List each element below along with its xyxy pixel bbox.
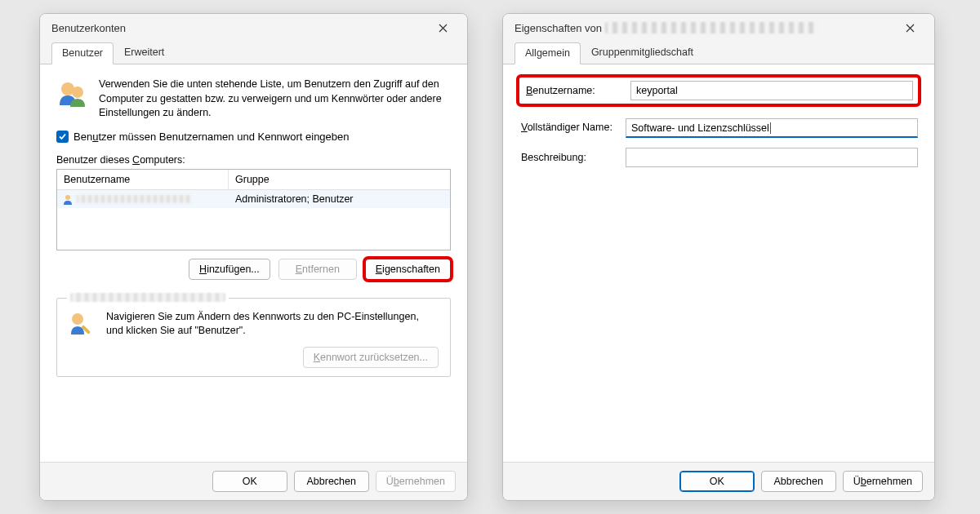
- close-button[interactable]: [893, 16, 926, 39]
- apply-button[interactable]: Übernehmen: [843, 471, 923, 492]
- tab-general[interactable]: Allgemein: [514, 42, 581, 64]
- properties-button[interactable]: Eigenschaften: [365, 259, 451, 280]
- user-accounts-dialog: Benutzerkonten Benutzer Erweitert Verwen…: [39, 13, 468, 501]
- dialog-title: Benutzerkonten: [51, 22, 126, 34]
- svg-point-1: [72, 86, 83, 98]
- cancel-button[interactable]: Abbrechen: [294, 471, 369, 492]
- dialog-title: Eigenschaften von: [514, 22, 817, 34]
- users-icon: [56, 78, 89, 121]
- group-legend-redacted: [67, 292, 229, 304]
- svg-point-3: [72, 313, 83, 325]
- add-button[interactable]: Hinzufügen...: [189, 259, 270, 280]
- checkbox-icon: [56, 131, 69, 143]
- description-row: Beschreibung:: [519, 148, 918, 167]
- tabstrip: Benutzer Erweitert: [40, 42, 467, 64]
- list-headers: Benutzername Gruppe: [57, 170, 450, 190]
- tab-users[interactable]: Benutzer: [51, 42, 114, 64]
- header-group[interactable]: Gruppe: [229, 170, 450, 189]
- header-username[interactable]: Benutzername: [57, 170, 229, 189]
- username-field[interactable]: keyportal: [630, 81, 913, 100]
- intro-row: Verwenden Sie die unten stehende Liste, …: [56, 78, 451, 121]
- remove-button[interactable]: Entfernen: [278, 259, 357, 280]
- titlebar: Eigenschaften von: [503, 14, 934, 42]
- ok-button[interactable]: OK: [679, 471, 755, 492]
- close-icon: [439, 24, 448, 33]
- ok-button[interactable]: OK: [212, 471, 287, 492]
- list-label: Benutzer dieses Computers:: [56, 154, 451, 166]
- tab-pane-users: Verwenden Sie die unten stehende Liste, …: [40, 64, 467, 462]
- tab-advanced[interactable]: Erweitert: [114, 42, 175, 64]
- svg-point-2: [65, 195, 70, 200]
- username-row: Benutzername: keyportal: [519, 78, 918, 104]
- properties-dialog: Eigenschaften von Allgemein Gruppenmitgl…: [502, 13, 935, 501]
- dialog-footer: OK Abbrechen Übernehmen: [503, 462, 934, 500]
- reset-password-button[interactable]: Kennwort zurücksetzen...: [303, 347, 439, 368]
- key-icon: [69, 310, 96, 340]
- redacted-title-name: [605, 22, 817, 33]
- user-list[interactable]: Benutzername Gruppe Administratoren; Ben…: [56, 169, 451, 250]
- list-buttons: Hinzufügen... Entfernen Eigenschaften: [56, 259, 451, 280]
- close-icon: [906, 24, 915, 33]
- apply-button[interactable]: Übernehmen: [376, 471, 456, 492]
- require-password-checkbox[interactable]: Benutzer müssen Benutzernamen und Kennwo…: [56, 131, 451, 143]
- titlebar: Benutzerkonten: [40, 14, 467, 42]
- user-row-icon: [62, 193, 74, 205]
- tabstrip: Allgemein Gruppenmitgliedschaft: [503, 42, 934, 64]
- tab-pane-general: Benutzername: keyportal Vollständiger Na…: [503, 64, 934, 462]
- cancel-button[interactable]: Abbrechen: [761, 471, 836, 492]
- dialog-footer: OK Abbrechen Übernehmen: [40, 462, 467, 500]
- row-group: Administratoren; Benutzer: [229, 193, 450, 205]
- redacted-username: [77, 195, 191, 203]
- description-field[interactable]: [626, 148, 918, 167]
- list-row[interactable]: Administratoren; Benutzer: [57, 190, 450, 208]
- password-group: Navigieren Sie zum Ändern des Kennworts …: [56, 298, 451, 377]
- close-button[interactable]: [426, 16, 459, 39]
- fullname-field[interactable]: Software- und Lizenzschlüssel: [626, 118, 918, 138]
- fullname-row: Vollständiger Name: Software- und Lizenz…: [519, 118, 918, 138]
- tab-membership[interactable]: Gruppenmitgliedschaft: [581, 42, 704, 64]
- password-message: Navigieren Sie zum Ändern des Kennworts …: [106, 310, 439, 339]
- intro-text: Verwenden Sie die unten stehende Liste, …: [99, 78, 451, 121]
- checkbox-label: Benutzer müssen Benutzernamen und Kennwo…: [74, 131, 350, 143]
